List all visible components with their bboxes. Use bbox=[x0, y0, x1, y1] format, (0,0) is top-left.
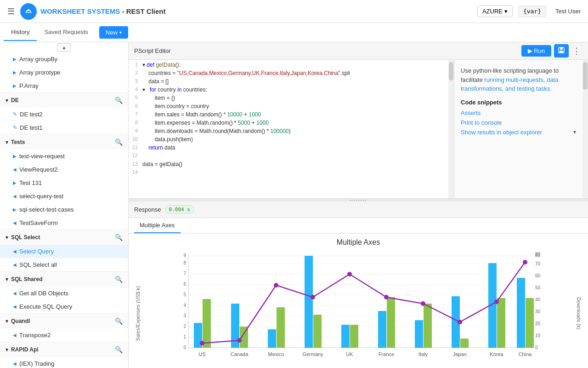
run-button[interactable]: ▶ Run bbox=[521, 45, 551, 57]
play-icon: ▶ bbox=[13, 57, 17, 62]
sidebar-item-test-131[interactable]: ▶ Test 131 bbox=[0, 176, 128, 190]
search-icon-quandl[interactable]: 🔍 bbox=[115, 317, 123, 325]
search-icon-de[interactable]: 🔍 bbox=[115, 97, 123, 104]
svg-point-59 bbox=[311, 295, 315, 299]
arrow-icon: ◀ bbox=[13, 304, 17, 309]
sidebar-item-get-all-db[interactable]: ◀ Get all DB Objects bbox=[0, 287, 128, 300]
svg-point-64 bbox=[494, 299, 499, 304]
group-header-rapid-api[interactable]: ▾ RAPID Api 🔍 bbox=[0, 342, 128, 357]
svg-rect-41 bbox=[277, 307, 285, 348]
var-button[interactable]: {var} bbox=[518, 6, 546, 17]
collapse-icon: ▾ bbox=[6, 139, 8, 145]
sidebar-item-viewrequest2[interactable]: ◀ ViewRequest2 bbox=[0, 163, 128, 176]
svg-text:Italy: Italy bbox=[418, 351, 428, 357]
sidebar-item-iex-trading[interactable]: ◀ (IEX) Trading bbox=[0, 357, 128, 368]
search-icon-sql-shared[interactable]: 🔍 bbox=[115, 276, 123, 283]
collapse-icon: ▾ bbox=[6, 98, 8, 104]
svg-text:6: 6 bbox=[183, 282, 186, 287]
sidebar-item-transpose2[interactable]: ◀ Transpose2 bbox=[0, 328, 128, 342]
sidebar-group-quandl: ▾ Quandl 🔍 ◀ Transpose2 bbox=[0, 314, 128, 342]
search-icon-rapid-api[interactable]: 🔍 bbox=[115, 346, 123, 353]
chart-svg: 0 1 2 3 4 5 6 7 8 9 0 bbox=[142, 251, 574, 366]
group-header-sql-shared[interactable]: ▾ SQL Shared 🔍 bbox=[0, 272, 128, 287]
sidebar-item-select-query-test[interactable]: ◀ select-query-test bbox=[0, 190, 128, 203]
svg-rect-55 bbox=[526, 298, 534, 348]
svg-rect-49 bbox=[424, 304, 432, 348]
svg-text:4: 4 bbox=[183, 303, 186, 308]
sidebar-item-execute-sql[interactable]: ◀ Execute SQL Query bbox=[0, 300, 128, 313]
tab-saved-requests[interactable]: Saved Requests bbox=[37, 24, 95, 41]
svg-point-0 bbox=[24, 7, 33, 16]
response-time-badge: 0.004 s bbox=[165, 205, 194, 214]
svg-text:Germany: Germany bbox=[302, 351, 323, 357]
azure-selector[interactable]: AZURE ▾ bbox=[477, 6, 513, 17]
more-options-button[interactable]: ⋮ bbox=[571, 46, 582, 56]
svg-text:US: US bbox=[198, 351, 205, 357]
svg-text:0: 0 bbox=[535, 345, 538, 350]
svg-text:50: 50 bbox=[535, 285, 541, 290]
svg-text:70: 70 bbox=[535, 261, 541, 266]
sidebar-item-select-query[interactable]: ◀ Select Query bbox=[0, 245, 128, 258]
svg-point-58 bbox=[274, 283, 278, 288]
sidebar-item-sql-select-all[interactable]: ◀ SQL Select all bbox=[0, 258, 128, 271]
sidebar-item-array-groupby[interactable]: ▶ Array groupBy bbox=[0, 52, 128, 66]
svg-rect-45 bbox=[350, 325, 358, 348]
svg-text:France: France bbox=[379, 351, 394, 357]
svg-text:Mexico: Mexico bbox=[268, 351, 284, 357]
group-header-de[interactable]: ▾ DE 🔍 bbox=[0, 93, 128, 108]
svg-text:0: 0 bbox=[183, 345, 186, 350]
search-icon-tests[interactable]: 🔍 bbox=[115, 138, 123, 146]
sidebar-item-array-prototype[interactable]: ▶ Array prorotype bbox=[0, 66, 128, 79]
group-header-quandl[interactable]: ▾ Quandl 🔍 bbox=[0, 314, 128, 328]
sidebar-group-de: ▾ DE 🔍 ✎ DE test2 ✎ DE test1 bbox=[0, 93, 128, 135]
new-button[interactable]: New ▾ bbox=[99, 26, 128, 39]
play-icon: ▶ bbox=[13, 154, 17, 159]
response-panel: Response 0.004 s Multiple Axes Multiple … bbox=[129, 201, 588, 368]
search-icon-sql-select[interactable]: 🔍 bbox=[115, 234, 123, 241]
scroll-up-button[interactable]: ▲ bbox=[57, 43, 71, 52]
svg-rect-3 bbox=[560, 47, 563, 50]
user-label: Test User bbox=[555, 8, 581, 15]
chart-container: Multiple Axes Sales/Expenses (US$ k) bbox=[133, 238, 583, 363]
svg-rect-46 bbox=[378, 311, 386, 348]
snippet-print-console[interactable]: Print to console bbox=[461, 119, 576, 126]
svg-text:90: 90 bbox=[535, 252, 541, 257]
play-icon: ▶ bbox=[13, 83, 17, 88]
svg-rect-40 bbox=[268, 329, 276, 348]
sidebar-item-de-test1[interactable]: ✎ DE test1 bbox=[0, 121, 128, 134]
tab-history[interactable]: History bbox=[4, 24, 37, 41]
group-header-sql-select[interactable]: ▾ SQL Select 🔍 bbox=[0, 230, 128, 245]
svg-point-62 bbox=[421, 301, 425, 306]
snippet-asserts[interactable]: Asserts bbox=[461, 109, 576, 116]
scroll-up[interactable]: ▲ bbox=[0, 42, 128, 52]
sidebar-item-test-view-request[interactable]: ▶ test-view-request bbox=[0, 150, 128, 163]
tab-multiple-axes[interactable]: Multiple Axes bbox=[134, 218, 181, 233]
y-axis-left-label: Sales/Expenses (US$ k) bbox=[133, 251, 142, 368]
menu-icon[interactable]: ☰ bbox=[7, 6, 15, 17]
save-button[interactable] bbox=[554, 44, 569, 58]
editor-header: PScript Editor ▶ Run ⋮ bbox=[129, 42, 588, 60]
sidebar-item-sql-select-test-cases[interactable]: ▶ sql-select-test-cases bbox=[0, 203, 128, 216]
svg-rect-43 bbox=[313, 315, 322, 348]
svg-rect-42 bbox=[305, 256, 313, 348]
group-header-tests[interactable]: ▾ Tests 🔍 bbox=[0, 135, 128, 150]
chart-title: Multiple Axes bbox=[133, 238, 583, 247]
svg-text:30: 30 bbox=[535, 309, 541, 314]
code-editor[interactable]: 1▾ def getData(): 2 countries = "US,Cana… bbox=[129, 60, 448, 198]
snippet-show-results[interactable]: Show results in object explorer ▾ bbox=[461, 129, 576, 136]
arrow-icon: ◀ bbox=[13, 333, 17, 338]
sidebar-item-testsaveform[interactable]: ◀ TestSaveForm bbox=[0, 216, 128, 230]
svg-text:3: 3 bbox=[183, 313, 186, 318]
content-area: PScript Editor ▶ Run ⋮ 1▾ def getData():… bbox=[129, 42, 588, 368]
help-scrollbar[interactable] bbox=[582, 60, 588, 198]
arrow-icon: ◀ bbox=[13, 194, 17, 199]
svg-text:Korea: Korea bbox=[490, 351, 503, 357]
editor-scrollbar[interactable] bbox=[448, 60, 454, 198]
sidebar-item-de-test2[interactable]: ✎ DE test2 bbox=[0, 108, 128, 121]
svg-rect-47 bbox=[387, 297, 395, 348]
play-icon: ▶ bbox=[13, 207, 17, 212]
sub-header: History Saved Requests New ▾ bbox=[0, 23, 588, 42]
editor-body: 1▾ def getData(): 2 countries = "US,Cana… bbox=[129, 60, 588, 198]
sidebar-item-p-array[interactable]: ▶ P.Array bbox=[0, 79, 128, 92]
response-title: Response bbox=[134, 206, 161, 213]
